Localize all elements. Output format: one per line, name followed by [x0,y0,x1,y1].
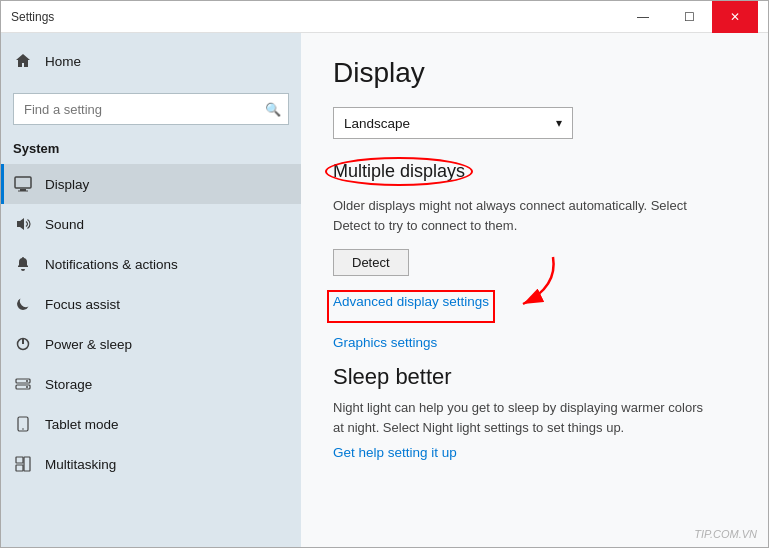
multiple-displays-heading: Multiple displays [333,161,465,182]
multitasking-label: Multitasking [45,457,116,472]
search-container: 🔍 [13,93,289,125]
sleep-better-heading: Sleep better [333,364,736,390]
advanced-display-link[interactable]: Advanced display settings [333,294,489,309]
home-icon [13,51,33,71]
window-controls: — ☐ ✕ [620,1,758,33]
storage-icon [13,374,33,394]
window-title: Settings [11,10,54,24]
sound-icon [13,214,33,234]
sidebar-item-display[interactable]: Display [1,164,301,204]
search-input[interactable] [13,93,289,125]
home-label: Home [45,54,81,69]
close-button[interactable]: ✕ [712,1,758,33]
sleep-description: Night light can help you get to sleep by… [333,398,713,437]
tablet-icon [13,414,33,434]
detect-button[interactable]: Detect [333,249,409,276]
svg-rect-13 [24,457,30,471]
orientation-value: Landscape [344,116,410,131]
chevron-down-icon: ▾ [556,116,562,130]
bell-icon [13,254,33,274]
tablet-label: Tablet mode [45,417,119,432]
sound-label: Sound [45,217,84,232]
sidebar-item-power[interactable]: Power & sleep [1,324,301,364]
page-title: Display [333,57,736,89]
graphics-settings-link[interactable]: Graphics settings [333,335,736,350]
notifications-label: Notifications & actions [45,257,178,272]
main-content: Display Landscape ▾ Multiple displays Ol… [301,33,768,547]
multitasking-icon [13,454,33,474]
red-arrow-annotation [493,252,563,317]
advanced-settings-container: Advanced display settings [333,294,489,319]
display-icon [13,174,33,194]
svg-rect-11 [16,457,23,463]
sidebar-item-home[interactable]: Home [1,41,301,81]
orientation-dropdown[interactable]: Landscape ▾ [333,107,573,139]
sidebar-item-focus[interactable]: Focus assist [1,284,301,324]
svg-rect-2 [18,191,28,192]
sidebar-item-notifications[interactable]: Notifications & actions [1,244,301,284]
sidebar: Home 🔍 System [1,33,301,547]
app-content: Home 🔍 System [1,33,768,547]
maximize-button[interactable]: ☐ [666,1,712,33]
power-label: Power & sleep [45,337,132,352]
sidebar-item-tablet[interactable]: Tablet mode [1,404,301,444]
sidebar-item-sound[interactable]: Sound [1,204,301,244]
svg-point-7 [26,380,28,382]
svg-point-10 [22,428,24,430]
system-section-label: System [1,137,301,164]
search-icon: 🔍 [265,102,281,117]
storage-label: Storage [45,377,92,392]
watermark: TIP.COM.VN [694,528,757,540]
svg-point-8 [26,386,28,388]
multiple-displays-description: Older displays might not always connect … [333,196,713,235]
svg-rect-12 [16,465,23,471]
moon-icon [13,294,33,314]
svg-rect-0 [15,177,31,188]
get-help-link[interactable]: Get help setting it up [333,445,736,460]
minimize-button[interactable]: — [620,1,666,33]
sidebar-item-multitasking[interactable]: Multitasking [1,444,301,484]
focus-label: Focus assist [45,297,120,312]
power-icon [13,334,33,354]
display-label: Display [45,177,89,192]
title-bar: Settings — ☐ ✕ [1,1,768,33]
sidebar-item-storage[interactable]: Storage [1,364,301,404]
